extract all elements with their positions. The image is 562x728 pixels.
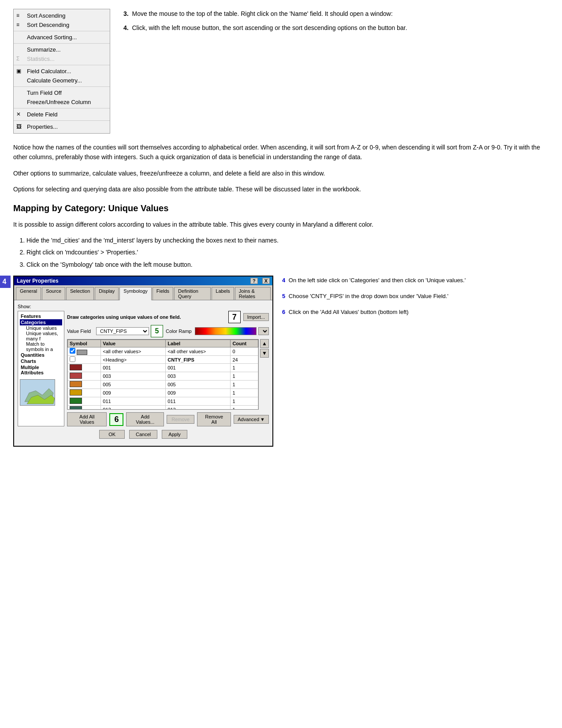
cell-label: 003	[166, 372, 231, 381]
tab-general[interactable]: General	[16, 287, 41, 300]
table-row[interactable]: <all other values> <all other values> 0	[68, 347, 258, 356]
menu-item-calc-geom[interactable]: Calculate Geometry...	[14, 76, 110, 85]
cell-symbol	[68, 389, 101, 397]
remove-all-button[interactable]: Remove All	[197, 412, 231, 426]
menu-item-sort-desc[interactable]: ≡ Sort Descending	[14, 20, 110, 30]
properties-icon: 🖼	[16, 123, 22, 130]
tab-fields[interactable]: Fields	[153, 287, 173, 300]
instructions-right: 3. Move the mouse to the top of the tabl…	[123, 9, 549, 134]
menu-item-adv-sorting[interactable]: Advanced Sorting...	[14, 33, 110, 42]
add-values-button[interactable]: Add Values...	[126, 412, 164, 426]
tab-source[interactable]: Source	[42, 287, 65, 300]
table-scroll-area[interactable]: Symbol Value Label Count	[67, 339, 259, 410]
divider5	[14, 108, 110, 108]
dialog-tabs: General Source Selection Display Symbolo…	[14, 285, 272, 300]
delete-icon: ✕	[16, 111, 21, 117]
cell-symbol	[68, 356, 101, 364]
step-item-3: Click on the 'Symbology' tab once with t…	[26, 260, 549, 269]
cell-value: <Heading>	[101, 356, 166, 364]
cell-count: 1	[231, 372, 258, 381]
scroll-buttons: ▲ ▼	[260, 339, 269, 358]
table-row[interactable]: 005 005 1	[68, 381, 258, 389]
menu-item-summarize[interactable]: Summarize...	[14, 45, 110, 54]
advanced-dropdown-button[interactable]: Advanced ▼	[234, 415, 269, 424]
color-swatch	[70, 373, 82, 379]
show-categories[interactable]: Categories	[20, 319, 62, 325]
color-ramp-select[interactable]	[258, 327, 269, 335]
show-multiple-attributes[interactable]: Multiple Attributes	[20, 364, 62, 376]
layer-dialog: Layer Properties ? X General Source Sele…	[13, 276, 273, 447]
show-features[interactable]: Features	[20, 313, 62, 319]
color-swatch	[70, 381, 82, 387]
scroll-down-btn[interactable]: ▼	[260, 349, 269, 358]
table-row[interactable]: 001 001 1	[68, 364, 258, 372]
cell-count: 24	[231, 356, 258, 364]
show-unique-values[interactable]: Unique values	[20, 325, 62, 331]
table-row[interactable]: 003 003 1	[68, 372, 258, 381]
cell-count: 1	[231, 397, 258, 406]
add-all-area: Add All Values 6	[67, 412, 123, 426]
tab-selection[interactable]: Selection	[66, 287, 94, 300]
ok-button[interactable]: OK	[99, 430, 125, 439]
row-checkbox[interactable]	[70, 356, 75, 362]
show-label: Show:	[18, 304, 269, 309]
table-row[interactable]: 013 013 1	[68, 406, 258, 410]
badge7: 7	[228, 311, 241, 323]
divider1	[14, 31, 110, 31]
cancel-button[interactable]: Cancel	[129, 430, 157, 439]
table-row[interactable]: 009 009 1	[68, 389, 258, 397]
cell-value: 003	[101, 372, 166, 381]
tab-definition-query[interactable]: Definition Query	[174, 287, 211, 300]
field-calc-icon: ▣	[16, 68, 21, 74]
dialog-close-btn[interactable]: X	[262, 278, 270, 284]
menu-item-delete[interactable]: ✕ Delete Field	[14, 110, 110, 119]
value-field-select[interactable]: CNTY_FIPS	[96, 327, 149, 335]
apply-button[interactable]: Apply	[162, 430, 187, 439]
show-charts[interactable]: Charts	[20, 358, 62, 364]
show-match-symbols[interactable]: Match to symbols in a	[20, 341, 62, 352]
menu-item-freeze[interactable]: Freeze/Unfreeze Column	[14, 97, 110, 107]
cell-count: 1	[231, 381, 258, 389]
menu-item-field-calc[interactable]: ▣ Field Calculator...	[14, 67, 110, 76]
cell-symbol	[68, 372, 101, 381]
row-checkbox[interactable]	[70, 348, 75, 354]
dropdown-arrow-icon: ▼	[260, 417, 265, 422]
para2: Other options to summarize, calculate va…	[13, 168, 549, 178]
remove-button[interactable]: Remove	[167, 415, 194, 424]
import-button[interactable]: Import...	[243, 313, 269, 321]
col-symbol: Symbol	[68, 340, 101, 347]
table-row[interactable]: 011 011 1	[68, 397, 258, 406]
map-thumbnail-area	[20, 379, 62, 406]
divider3	[14, 65, 110, 65]
show-quantities[interactable]: Quantities	[20, 352, 62, 358]
menu-item-sort-asc[interactable]: ≡ Sort Ascending	[14, 11, 110, 20]
add-all-values-button[interactable]: Add All Values	[67, 412, 107, 426]
cell-value: <all other values>	[101, 347, 166, 356]
menu-item-properties[interactable]: 🖼 Properties...	[14, 122, 110, 131]
context-menu: ≡ Sort Ascending ≡ Sort Descending Advan…	[13, 9, 110, 134]
table-row[interactable]: <Heading> CNTY_FIPS 24	[68, 356, 258, 364]
menu-item-turn-off[interactable]: Turn Field Off	[14, 88, 110, 97]
cell-count: 1	[231, 389, 258, 397]
dialog-main-area: Features Categories Unique values Unique…	[18, 311, 269, 426]
dialog-container: 4 Layer Properties ? X General Source Se…	[13, 276, 273, 447]
show-panel: Features Categories Unique values Unique…	[18, 311, 64, 426]
layer-properties-section: 4 Layer Properties ? X General Source Se…	[13, 276, 549, 447]
tab-joins-relates[interactable]: Joins & Relates	[235, 287, 271, 300]
show-unique-values-many[interactable]: Unique values, many f	[20, 331, 62, 341]
side-notes: 4 On the left side click on 'Categories'…	[282, 276, 549, 447]
cell-symbol	[68, 397, 101, 406]
cell-count: 1	[231, 406, 258, 410]
badge6: 6	[109, 413, 123, 426]
cell-label: <all other values>	[166, 347, 231, 356]
step3-text: 3. Move the mouse to the top of the tabl…	[123, 9, 549, 19]
color-ramp-container	[195, 327, 269, 335]
dialog-question-btn[interactable]: ?	[250, 278, 258, 284]
divider2	[14, 43, 110, 44]
scroll-up-btn[interactable]: ▲	[260, 339, 269, 348]
tab-labels[interactable]: Labels	[212, 287, 234, 300]
tab-symbology[interactable]: Symbology	[119, 287, 151, 300]
color-ramp-label: Color Ramp	[166, 329, 192, 334]
para1: Notice how the names of the counties wil…	[13, 142, 549, 162]
tab-display[interactable]: Display	[95, 287, 119, 300]
